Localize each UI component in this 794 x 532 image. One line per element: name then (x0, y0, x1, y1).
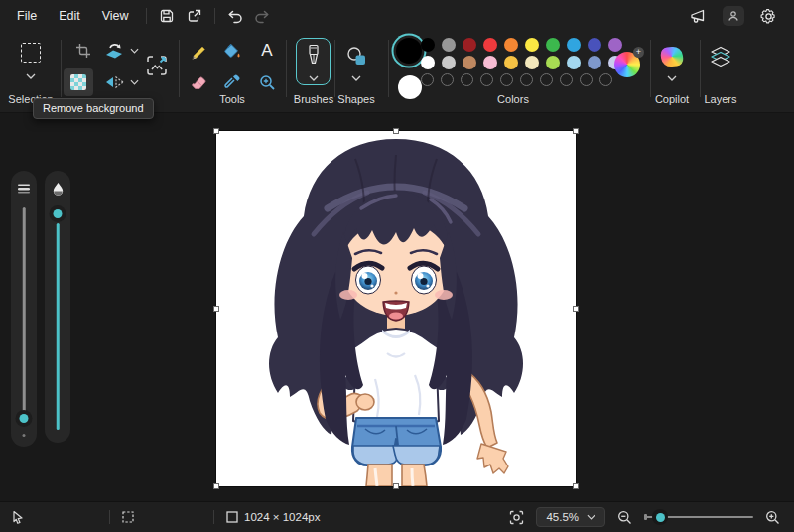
color-swatch[interactable] (546, 38, 560, 52)
fill-tool-button[interactable] (219, 38, 245, 64)
eraser-tool-button[interactable] (185, 69, 210, 95)
size-slider-thumb[interactable] (16, 410, 33, 427)
copilot-chevron-down-icon[interactable] (667, 75, 677, 81)
drawing-canvas[interactable] (216, 131, 576, 486)
empty-color-slot[interactable] (520, 73, 533, 86)
color-swatch[interactable] (421, 38, 435, 52)
canvas-resize-handle[interactable] (573, 128, 579, 134)
selection-chevron-down-icon[interactable] (26, 73, 36, 79)
ribbon-separator (650, 40, 651, 97)
color-swatch[interactable] (525, 38, 539, 52)
opacity-slider-track[interactable] (57, 223, 60, 430)
magnifier-tool-button[interactable] (254, 69, 280, 95)
color-swatch[interactable] (588, 56, 601, 69)
text-tool-button[interactable]: A (254, 38, 280, 64)
paint-app-window: File Edit View (0, 0, 794, 532)
redo-button[interactable] (249, 4, 277, 28)
canvas-resize-handle[interactable] (393, 483, 399, 489)
resize-image-button[interactable] (141, 49, 173, 82)
settings-button[interactable] (754, 4, 782, 28)
menu-view[interactable]: View (91, 4, 140, 28)
pencil-tool-button[interactable] (185, 38, 210, 64)
menu-file[interactable]: File (6, 4, 48, 28)
empty-color-slot[interactable] (441, 73, 454, 86)
crop-button[interactable] (69, 38, 97, 64)
share-icon (187, 8, 202, 24)
workspace (0, 113, 794, 501)
statusbar-separator (109, 510, 110, 524)
pencil-icon (190, 43, 206, 60)
color-swatch[interactable] (608, 38, 622, 52)
empty-color-slot[interactable] (480, 73, 493, 86)
color-swatch[interactable] (463, 56, 476, 69)
size-slider-track[interactable] (23, 207, 26, 422)
ribbon-separator (61, 40, 62, 97)
empty-color-slot[interactable] (461, 73, 473, 86)
flip-chevron-down-icon[interactable] (130, 79, 139, 85)
empty-color-slot[interactable] (580, 73, 593, 86)
empty-color-slot[interactable] (500, 73, 513, 86)
save-button[interactable] (153, 4, 181, 28)
shapes-chevron-down-icon[interactable] (351, 75, 361, 81)
selection-tool-button[interactable] (17, 40, 45, 66)
undo-icon (226, 9, 243, 24)
rotate-button[interactable] (101, 38, 127, 64)
magnifier-plus-icon (259, 74, 276, 91)
ribbon-separator (179, 40, 180, 97)
cursor-position-icon (12, 510, 24, 524)
background-color-well[interactable] (398, 75, 422, 99)
color-swatch[interactable] (463, 38, 476, 52)
copilot-button[interactable] (657, 44, 687, 69)
shapes-button[interactable] (341, 42, 371, 69)
zoom-slider-thumb[interactable] (652, 509, 668, 525)
color-swatch[interactable] (483, 56, 497, 69)
remove-background-button[interactable] (64, 68, 93, 96)
color-picker-tool-button[interactable] (219, 69, 245, 95)
fit-to-screen-icon[interactable] (509, 510, 524, 525)
empty-color-slot[interactable] (421, 73, 434, 86)
flip-button[interactable] (101, 69, 127, 95)
opacity-slider-panel (45, 171, 70, 443)
canvas-resize-handle[interactable] (573, 483, 579, 489)
menubar: File Edit View (0, 0, 794, 32)
canvas-resize-handle[interactable] (213, 306, 219, 312)
empty-color-slot[interactable] (560, 73, 573, 86)
color-swatch[interactable] (504, 38, 518, 52)
opacity-droplet-icon (52, 180, 65, 198)
color-swatch[interactable] (442, 38, 456, 52)
layers-button[interactable] (706, 42, 735, 71)
undo-button[interactable] (221, 4, 249, 28)
zoom-slider[interactable] (644, 509, 753, 525)
rotate-chevron-down-icon[interactable] (130, 48, 139, 54)
color-swatch[interactable] (567, 56, 581, 69)
color-swatch[interactable] (567, 38, 581, 52)
color-swatch[interactable] (421, 56, 435, 69)
empty-color-slot[interactable] (540, 73, 553, 86)
color-swatch[interactable] (442, 56, 456, 69)
edit-colors-button[interactable] (614, 52, 640, 77)
brush-icon (306, 44, 322, 66)
canvas-resize-handle[interactable] (393, 128, 399, 134)
canvas-resize-handle[interactable] (213, 128, 219, 134)
canvas-resize-handle[interactable] (213, 483, 219, 489)
rotate-icon (104, 42, 124, 60)
opacity-slider-thumb[interactable] (50, 205, 66, 222)
zoom-in-icon[interactable] (765, 510, 780, 525)
menu-edit[interactable]: Edit (48, 4, 91, 28)
brushes-chevron-down-icon[interactable] (309, 75, 319, 81)
account-button[interactable] (723, 6, 744, 26)
zoom-out-icon[interactable] (617, 510, 632, 525)
share-button[interactable] (181, 4, 208, 28)
color-swatch[interactable] (588, 38, 601, 52)
color-swatch[interactable] (483, 38, 497, 52)
canvas-resize-handle[interactable] (573, 306, 579, 312)
zoom-level-dropdown[interactable]: 45.5% (536, 507, 605, 527)
color-swatch[interactable] (546, 56, 560, 69)
color-swatch[interactable] (504, 56, 518, 69)
color-swatch[interactable] (525, 56, 539, 69)
foreground-color-well[interactable] (396, 38, 422, 64)
zoom-dropdown-chevron-icon (587, 514, 596, 520)
feedback-button[interactable] (685, 4, 713, 28)
brushes-button[interactable] (296, 38, 331, 85)
empty-color-slot[interactable] (599, 73, 612, 86)
